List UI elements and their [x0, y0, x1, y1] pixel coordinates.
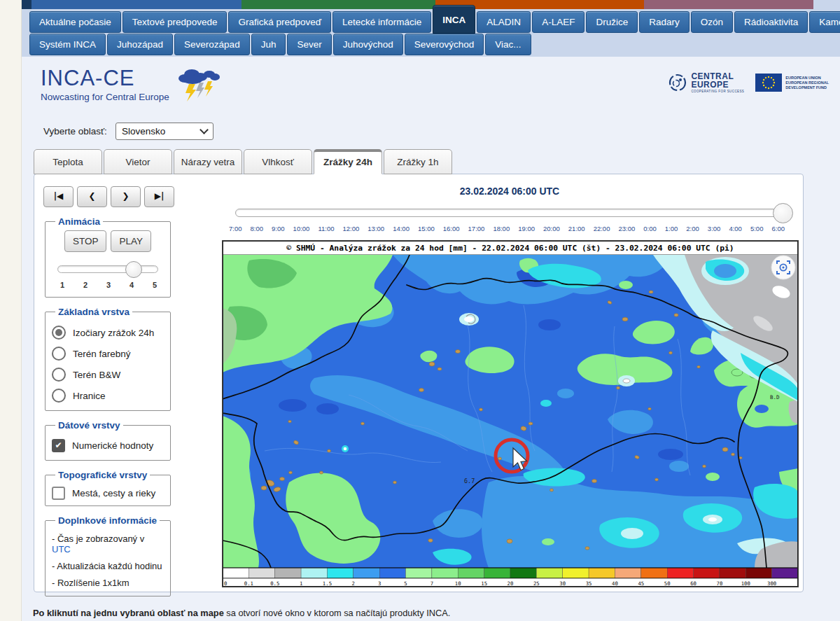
time-slider[interactable] [235, 202, 781, 222]
logo-title: INCA-CE [41, 67, 169, 90]
first-frame-button[interactable]: |◀ [43, 186, 74, 207]
nav-item-inca[interactable]: INCA [433, 5, 475, 34]
time-slider-thumb[interactable] [773, 203, 793, 223]
region-selector-row: Vyberte oblasť: Slovensko [43, 123, 840, 140]
checkbox-indicator[interactable]: ✔ [52, 439, 65, 452]
speed-slider-track[interactable] [57, 265, 158, 273]
nav-item-syst-m-inca[interactable]: Systém INCA [29, 34, 106, 55]
nav-item-viac[interactable]: Viac... [485, 34, 531, 55]
radio-indicator[interactable] [52, 326, 66, 340]
last-frame-button[interactable]: ▶| [144, 186, 174, 207]
nav-item-grafick-predpove[interactable]: Grafická predpoveď [228, 11, 331, 33]
precipitation-map[interactable]: © SHMÚ - Analýza zrážok za 24 hod [mm] -… [222, 240, 799, 587]
stop-button[interactable]: STOP [64, 230, 107, 252]
data-layers-fieldset: Dátové vrstvy ✔Numerické hodnoty [45, 420, 171, 461]
radio-option-hranice[interactable]: Hranice [52, 389, 164, 403]
time-slider-track[interactable] [235, 209, 781, 217]
legend-value: 1.5 [323, 580, 332, 587]
nav-item-juhov-chod[interactable]: Juhovýchod [333, 34, 403, 55]
nav-item-aktu-lne-po-asie[interactable]: Aktuálne počasie [29, 11, 121, 33]
nav-item-radary[interactable]: Radary [639, 11, 690, 33]
checkbox-option-mest-cesty-a-rieky[interactable]: Mestá, cesty a rieky [52, 487, 164, 500]
nav-item-leteck-inform-cie[interactable]: Letecké informácie [332, 11, 431, 33]
radio-indicator[interactable] [52, 368, 66, 382]
radio-indicator[interactable] [52, 347, 66, 361]
legend-cell [746, 568, 771, 578]
data-layers-legend: Dátové vrstvy [55, 420, 123, 431]
nav-item-juhoz-pad[interactable]: Juhozápad [107, 34, 173, 55]
footer-rest-text: sa otvorí nové okno v ktorom sa načítajú… [224, 608, 451, 618]
nav-item-a-laef[interactable]: A-LAEF [532, 11, 584, 33]
tab-zr-ky-1h[interactable]: Zrážky 1h [384, 149, 452, 174]
nav-item-textov-predpovede[interactable]: Textové predpovede [122, 11, 227, 33]
map-zoom-button[interactable] [771, 256, 795, 279]
legend-value: 40 [612, 580, 618, 587]
nav-item-oz-n[interactable]: Ozón [691, 11, 733, 33]
region-select[interactable]: Slovensko [115, 123, 214, 140]
tab-vietor[interactable]: Vietor [104, 149, 172, 174]
legend-cell [563, 568, 589, 578]
time-tick: 8:00 [251, 225, 264, 232]
speed-label: 4 [130, 281, 134, 289]
speed-slider-thumb[interactable] [125, 261, 142, 278]
top-strip-segment [21, 0, 31, 9]
legend-value: 50 [664, 580, 671, 587]
nav-item-kamery[interactable]: Kamery [809, 11, 840, 33]
legend-cell [406, 568, 432, 578]
legend-value: 25 [533, 580, 540, 587]
nav-item-severov-chod[interactable]: Severovýchod [405, 34, 484, 55]
animation-speed-slider[interactable] [57, 261, 158, 277]
nav-item-severoz-pad[interactable]: Severozápad [174, 34, 250, 55]
map-regions: 6.7 B.D [223, 255, 798, 568]
time-tick: 20:00 [543, 225, 560, 232]
top-color-strip [21, 0, 840, 9]
nav-item-dru-ice[interactable]: Družice [586, 11, 638, 33]
eu-line3: DEVELOPMENT FUND [785, 85, 829, 90]
top-strip-segment [644, 0, 813, 9]
legend-cell [379, 568, 405, 578]
chevron-down-icon [200, 125, 209, 134]
legend-cell [327, 568, 353, 578]
option-label: Izočiary zrážok 24h [73, 328, 154, 338]
legend-cell [354, 568, 379, 578]
region-select-value: Slovensko [122, 126, 165, 137]
option-label: Numerické hodnoty [72, 440, 153, 451]
nav-item-sever[interactable]: Sever [287, 34, 331, 55]
radio-option-izo-iary-zr-ok-24h[interactable]: Izočiary zrážok 24h [52, 326, 164, 340]
info-line-resolution: - Rozlíšenie 1x1km [52, 578, 164, 588]
time-tick-labels: 7:008:009:0010:0011:0012:0013:0014:0015:… [229, 225, 785, 232]
nav-item-juh[interactable]: Juh [251, 34, 286, 55]
time-tick: 15:00 [418, 225, 435, 232]
nav-item-aladin[interactable]: ALADIN [477, 11, 531, 33]
topo-layers-fieldset: Topografické vrstvy Mestá, cesty a rieky [45, 470, 171, 506]
base-layer-fieldset: Základná vrstva Izočiary zrážok 24hTerén… [45, 307, 171, 411]
tab-teplota[interactable]: Teplota [34, 149, 102, 174]
speed-label: 5 [153, 281, 157, 289]
checkbox-indicator[interactable] [52, 487, 65, 500]
tab-zr-ky-24h[interactable]: Zrážky 24h [314, 149, 382, 174]
info-legend: Doplnkové informácie [55, 515, 160, 526]
topo-layers-legend: Topografické vrstvy [55, 470, 150, 480]
play-button[interactable]: PLAY [111, 230, 151, 252]
checkbox-option-numerick-hodnoty[interactable]: ✔Numerické hodnoty [52, 439, 164, 452]
ce-title-line2: EUROPE [691, 81, 744, 89]
base-layer-legend: Základná vrstva [55, 307, 132, 317]
speed-label: 3 [106, 281, 111, 289]
radio-option-ter-n-b-w[interactable]: Terén B&W [52, 368, 164, 382]
previous-frame-button[interactable]: ❮ [77, 186, 107, 207]
utc-link[interactable]: UTC [52, 544, 71, 554]
next-frame-button[interactable]: ❯ [111, 186, 141, 207]
tab-vlhkos[interactable]: Vlhkosť [244, 149, 312, 174]
nav-item-r-dioaktivita[interactable]: Rádioaktivita [734, 11, 808, 33]
time-tick: 10:00 [293, 225, 310, 232]
time-tick: 16:00 [443, 225, 460, 232]
legend-value: 0.5 [270, 580, 279, 587]
speed-label: 1 [60, 281, 64, 289]
top-strip-segment [813, 0, 840, 9]
radio-indicator[interactable] [52, 389, 66, 403]
legend-cell [223, 568, 248, 578]
time-tick: 1:00 [665, 225, 678, 232]
legend-cell [589, 568, 615, 578]
radio-option-ter-n-farebn[interactable]: Terén farebný [52, 347, 164, 361]
tab-n-razy-vetra[interactable]: Nárazy vetra [174, 149, 242, 174]
